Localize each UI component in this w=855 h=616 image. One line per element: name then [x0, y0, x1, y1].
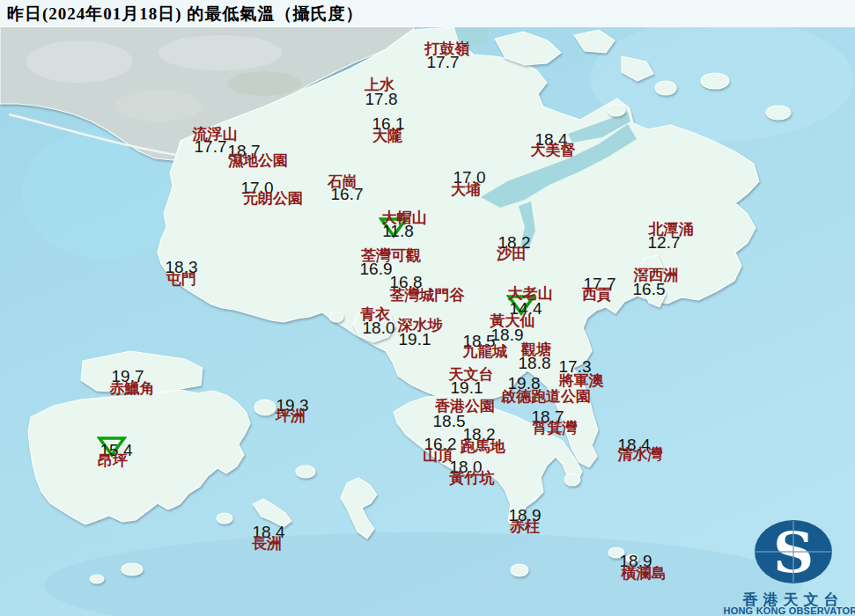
hko-logo: S 香港天文台 HONG KONG OBSERVATORY — [719, 514, 855, 616]
station-name: 坪洲 — [276, 408, 306, 423]
station-name: 筲箕灣 — [533, 421, 578, 436]
station-name: 元朗公園 — [243, 191, 303, 206]
station-name: 荃灣可觀 — [361, 248, 421, 263]
station-name: 赤柱 — [510, 519, 540, 534]
station-name: 昂坪 — [98, 453, 128, 468]
station-name: 將軍澳 — [559, 373, 604, 388]
station-name: 赤鱲角 — [110, 381, 155, 396]
station-name: 山頂 — [423, 448, 453, 463]
station-name: 石崗 — [328, 174, 357, 189]
station-name: 橫瀾島 — [622, 566, 667, 581]
station-name: 荃灣城門谷 — [390, 288, 465, 303]
station-name: 觀塘 — [521, 342, 551, 357]
station-name: 滘西洲 — [634, 268, 679, 282]
station-name: 大帽山 — [382, 210, 427, 225]
station-name: 長洲 — [252, 536, 282, 551]
station-name: 黃大仙 — [490, 313, 535, 328]
station-name: 上水 — [365, 77, 394, 92]
station-name: 大隴 — [372, 128, 402, 143]
station-name: 清水灣 — [618, 447, 663, 462]
station-name: 青衣 — [360, 307, 390, 322]
station-name: 深水埗 — [398, 318, 443, 333]
station-name: 天文台 — [449, 367, 494, 382]
station-name: 沙田 — [497, 246, 527, 261]
station-name: 九龍城 — [463, 344, 508, 359]
station-name: 跑馬地 — [461, 439, 505, 454]
station-name: 黃竹坑 — [450, 471, 495, 486]
min-temperature-map: 17.7打鼓嶺17.8上水16.1大隴17.7流浮山18.7濕地公園18.4大美… — [0, 0, 855, 616]
station-value: 18.5 — [433, 413, 466, 429]
map-title: 昨日(2024年01月18日) 的最低氣溫（攝氏度） — [7, 3, 363, 26]
station-name: 大美督 — [531, 143, 576, 158]
station-name: 大埔 — [451, 182, 481, 197]
station-name: 香港公園 — [435, 399, 495, 414]
station-name: 流浮山 — [193, 127, 238, 142]
station-name: 大老山 — [508, 286, 553, 301]
station-name: 打鼓嶺 — [425, 41, 470, 56]
station-name: 西貢 — [582, 287, 612, 302]
title-bar: 昨日(2024年01月18日) 的最低氣溫（攝氏度） — [0, 0, 855, 27]
station-name: 屯門 — [166, 272, 196, 287]
station-name: 濕地公園 — [228, 153, 288, 168]
station-name: 北潭涌 — [649, 222, 694, 237]
station-name: 啟德跑道公園 — [501, 389, 591, 404]
hko-logo-english: HONG KONG OBSERVATORY — [719, 605, 855, 616]
